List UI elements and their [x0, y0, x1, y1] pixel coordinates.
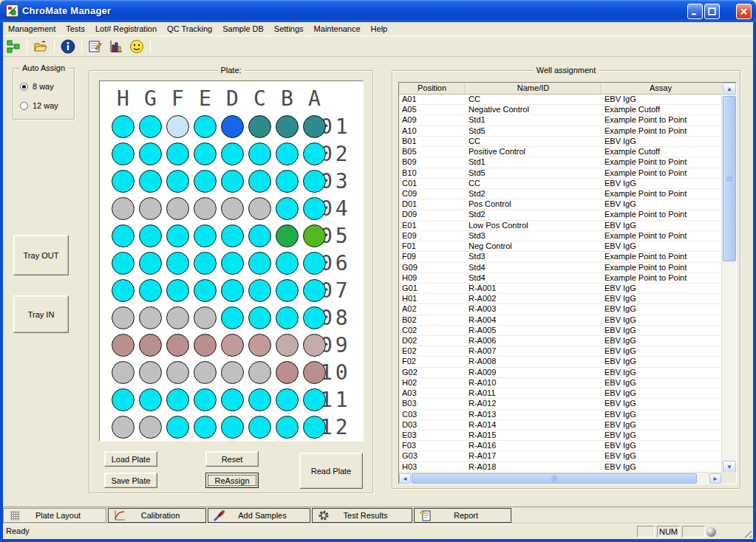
well-E07[interactable] — [194, 279, 217, 302]
well-H04[interactable] — [112, 197, 134, 220]
well-E04[interactable] — [194, 197, 217, 220]
horizontal-scrollbar[interactable]: ◄ ► — [399, 472, 721, 484]
well-C03[interactable] — [248, 170, 271, 193]
vertical-scrollbar-thumb[interactable] — [723, 96, 736, 261]
table-row[interactable]: E03R-A015EBV IgG — [399, 430, 721, 441]
well-F06[interactable] — [166, 252, 189, 275]
table-row[interactable]: D09Std2Example Point to Point — [399, 210, 721, 220]
well-F09[interactable] — [166, 334, 189, 357]
well-H08[interactable] — [112, 306, 134, 329]
table-row[interactable]: B02R-A004EBV IgG — [399, 315, 721, 326]
well-E08[interactable] — [194, 306, 217, 329]
well-A06[interactable] — [303, 252, 326, 275]
table-row[interactable]: A10Std5Example Point to Point — [399, 126, 721, 137]
tray-in-button[interactable]: Tray IN — [13, 295, 69, 333]
table-row[interactable]: H03R-A018EBV IgG — [399, 462, 721, 473]
well-B02[interactable] — [276, 143, 299, 165]
well-D02[interactable] — [221, 143, 244, 165]
vertical-scrollbar[interactable]: ▲ ▼ — [721, 83, 736, 473]
table-row[interactable]: E01Low Pos ControlEBV IgG — [399, 221, 721, 231]
well-F04[interactable] — [166, 197, 189, 220]
table-row[interactable]: A02R-A003EBV IgG — [399, 304, 721, 315]
well-F02[interactable] — [166, 143, 189, 165]
minimize-button[interactable] — [687, 4, 703, 19]
reassign-button[interactable]: ReAssign — [205, 473, 259, 488]
well-F05[interactable] — [166, 224, 189, 247]
well-B05[interactable] — [276, 224, 299, 247]
table-row[interactable]: A09Std1Example Point to Point — [399, 115, 721, 126]
well-E06[interactable] — [194, 252, 217, 275]
well-E03[interactable] — [194, 170, 217, 193]
well-G03[interactable] — [139, 170, 162, 193]
title-bar[interactable]: ChroMate Manager — [0, 0, 756, 22]
table-row[interactable]: D03R-A014EBV IgG — [399, 420, 721, 430]
radio-12-way[interactable]: 12 way — [20, 101, 58, 110]
column-header-name-id[interactable]: Name/ID — [466, 83, 602, 94]
scroll-up-icon[interactable]: ▲ — [723, 83, 736, 95]
well-C05[interactable] — [248, 224, 271, 247]
well-A11[interactable] — [303, 388, 326, 411]
well-D11[interactable] — [221, 388, 244, 411]
table-row[interactable]: H01R-A002EBV IgG — [399, 294, 721, 304]
well-D12[interactable] — [221, 416, 244, 439]
well-G10[interactable] — [139, 361, 162, 384]
table-row[interactable]: F03R-A016EBV IgG — [399, 441, 721, 451]
table-row[interactable]: B03R-A012EBV IgG — [399, 399, 721, 409]
menu-item-qc-tracking[interactable]: QC Tracking — [162, 23, 217, 35]
load-plate-button[interactable]: Load Plate — [104, 451, 157, 467]
well-D06[interactable] — [221, 252, 244, 275]
well-H03[interactable] — [112, 170, 134, 193]
horizontal-scrollbar-thumb[interactable] — [412, 473, 697, 484]
table-row[interactable]: G09Std4Example Point to Point — [399, 263, 721, 273]
read-plate-button[interactable]: Read Plate — [299, 453, 363, 489]
edit-document-icon[interactable] — [86, 38, 104, 55]
table-row[interactable]: H09Std4Example Point to Point — [399, 273, 721, 284]
table-row[interactable]: B05Positive ControlExample Cutoff — [399, 147, 721, 157]
column-header-assay[interactable]: Assay — [602, 83, 720, 94]
well-A02[interactable] — [303, 143, 326, 165]
well-G08[interactable] — [139, 306, 162, 329]
well-D04[interactable] — [221, 197, 244, 220]
well-F08[interactable] — [166, 306, 189, 329]
well-C12[interactable] — [248, 416, 271, 439]
well-F11[interactable] — [166, 388, 189, 411]
well-F03[interactable] — [166, 170, 189, 193]
table-row[interactable]: B10Std5Example Point to Point — [399, 168, 721, 179]
well-H10[interactable] — [112, 361, 134, 384]
well-H02[interactable] — [112, 143, 134, 165]
tab-report[interactable]: Report — [414, 508, 511, 523]
well-B08[interactable] — [276, 306, 299, 329]
well-C02[interactable] — [248, 143, 271, 165]
table-row[interactable]: F02R-A008EBV IgG — [399, 357, 721, 367]
table-row[interactable]: C09Std2Example Point to Point — [399, 189, 721, 199]
well-E02[interactable] — [194, 143, 217, 165]
well-C06[interactable] — [248, 252, 271, 275]
well-B12[interactable] — [276, 416, 299, 439]
table-row[interactable]: D01Pos ControlEBV IgG — [399, 199, 721, 210]
well-C01[interactable] — [248, 115, 271, 138]
smiley-icon[interactable] — [128, 38, 146, 55]
well-F10[interactable] — [166, 361, 189, 384]
well-B07[interactable] — [276, 279, 299, 302]
column-header-position[interactable]: Position — [399, 83, 466, 94]
well-F07[interactable] — [166, 279, 189, 302]
table-row[interactable]: C02R-A005EBV IgG — [399, 326, 721, 336]
well-H09[interactable] — [112, 334, 134, 357]
reset-button[interactable]: Reset — [205, 451, 259, 467]
tab-add-samples[interactable]: Add Samples — [208, 508, 310, 523]
menu-item-lot-registration[interactable]: Lot# Registration — [90, 23, 162, 35]
well-D03[interactable] — [221, 170, 244, 193]
radio-button-icon[interactable] — [20, 83, 28, 91]
well-E12[interactable] — [194, 416, 217, 439]
well-A09[interactable] — [303, 334, 326, 357]
tab-plate-layout[interactable]: Plate Layout — [3, 508, 106, 523]
table-row[interactable]: C01CCEBV IgG — [399, 179, 721, 189]
menu-item-tests[interactable]: Tests — [61, 23, 90, 35]
well-G09[interactable] — [139, 334, 162, 357]
well-H12[interactable] — [112, 416, 134, 439]
table-row[interactable]: G03R-A017EBV IgG — [399, 451, 721, 462]
well-G11[interactable] — [139, 388, 162, 411]
well-E01[interactable] — [194, 115, 217, 138]
table-row[interactable]: E02R-A007EBV IgG — [399, 346, 721, 357]
bar-chart-icon[interactable] — [107, 38, 125, 55]
